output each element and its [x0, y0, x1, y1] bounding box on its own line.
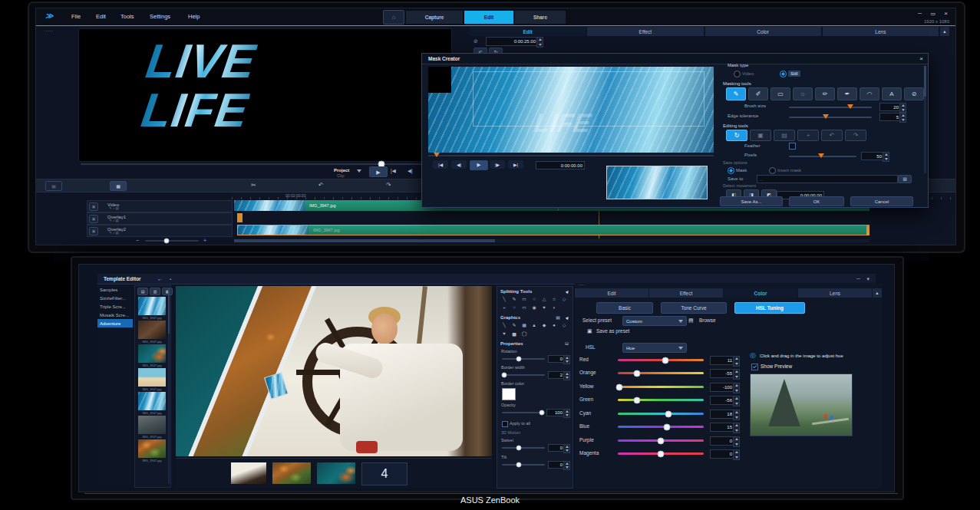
graphic-pentagon[interactable]: ◇	[559, 323, 569, 327]
hsl-cyan-slider[interactable]	[618, 413, 704, 415]
panel-tab-lens[interactable]: Lens	[823, 27, 939, 36]
mask-smart-pen-tool[interactable]: ✒	[837, 87, 857, 100]
hsl-green-value[interactable]: -56	[710, 396, 734, 405]
color-preview-image[interactable]	[750, 373, 853, 436]
mask-brush-tool[interactable]: ✎	[726, 87, 746, 100]
border-color-swatch[interactable]	[502, 388, 516, 400]
library-thumbnail[interactable]	[138, 416, 166, 434]
split-star-tool[interactable]: ☆	[549, 297, 559, 301]
split-eye-tool[interactable]: ◉	[530, 305, 539, 310]
graphic-bar[interactable]: ▅	[510, 331, 519, 336]
brush-size-handle[interactable]	[847, 104, 853, 109]
timeline-clip-overlay2[interactable]: IMG_3947.jpg	[237, 225, 869, 235]
pixels-handle[interactable]	[818, 153, 824, 158]
hsl-purple-slider[interactable]	[618, 439, 704, 442]
hsl-cyan-handle[interactable]	[665, 410, 672, 417]
library-thumbnail[interactable]	[138, 439, 166, 458]
graphic-circle[interactable]: ●	[549, 323, 559, 327]
brush-size-slider[interactable]	[789, 107, 872, 108]
mask-pen-tool[interactable]: ✏	[815, 87, 835, 100]
ok-button[interactable]: OK	[789, 196, 844, 206]
graphic-square[interactable]: ▦	[520, 323, 529, 327]
timecode-stepper[interactable]	[536, 37, 543, 48]
filmstrip-thumbnail[interactable]	[231, 462, 266, 484]
menu-item-tools[interactable]: Tools	[120, 14, 134, 20]
track-header-video[interactable]: ▣ Video ✎ ♪ ▤	[87, 200, 233, 212]
filmstrip-thumbnail[interactable]	[317, 462, 355, 484]
tab-lens[interactable]: Lens	[798, 288, 872, 298]
swivel-slider[interactable]	[502, 447, 545, 449]
rotation-stepper[interactable]	[563, 355, 570, 364]
library-thumbnail[interactable]	[138, 297, 166, 315]
opacity-stepper[interactable]	[563, 409, 570, 418]
scrollbar-thumb[interactable]	[234, 239, 495, 242]
library-scrollbar[interactable]	[168, 288, 170, 484]
graphic-heart[interactable]: ♥	[500, 331, 509, 336]
library-view-list-button[interactable]: ▥	[150, 288, 160, 295]
timeline-zoom-slider[interactable]	[145, 240, 199, 242]
hsl-green-stepper[interactable]	[733, 396, 740, 406]
edge-tolerance-value[interactable]: 5	[879, 113, 901, 121]
sidebar-item-sizzlefilter[interactable]: SizzleFilter...	[97, 294, 133, 302]
panel-tab-color[interactable]: Color	[705, 27, 821, 36]
split-rect-tool[interactable]: ▭	[520, 297, 529, 301]
sidebar-item-triple-screen[interactable]: Triple Scre...	[97, 302, 133, 311]
tilt-handle[interactable]	[516, 462, 522, 468]
hsl-yellow-value[interactable]: -100	[710, 383, 734, 392]
tab-capture[interactable]: Capture	[406, 11, 463, 24]
play-button[interactable]: ▶	[369, 166, 388, 177]
split-diamond-tool[interactable]: ◇	[559, 297, 569, 301]
sidebar-item-samples[interactable]: Samples	[97, 285, 133, 294]
mask-scrubber[interactable]	[428, 155, 714, 156]
menu-item-file[interactable]: File	[71, 14, 81, 20]
invert-mask-radio[interactable]	[769, 167, 776, 174]
dialog-title-bar[interactable]: Mask Creator ×	[422, 54, 928, 64]
filmstrip-page-tile[interactable]: 4	[361, 462, 408, 485]
split-line-tool[interactable]: ╲	[500, 297, 509, 301]
prev-frame-button[interactable]: ◀|	[408, 169, 413, 174]
hsl-yellow-handle[interactable]	[616, 383, 623, 390]
show-preview-checkbox[interactable]	[751, 364, 758, 370]
hsl-green-handle[interactable]	[633, 396, 640, 403]
apply-to-all-checkbox[interactable]	[502, 421, 508, 427]
mask-scrub-handle[interactable]	[434, 153, 440, 157]
mask-type-video-radio[interactable]	[734, 71, 741, 77]
window-maximize-button[interactable]: ▭	[930, 11, 935, 16]
tilt-value[interactable]: 0	[548, 461, 565, 469]
track-tools-icon[interactable]: ✎ ♪ ▤	[109, 232, 119, 235]
pin-icon[interactable]: ▴	[170, 277, 172, 281]
window-minimize-button[interactable]: ─	[918, 11, 922, 16]
menu-item-help[interactable]: Help	[188, 14, 200, 20]
save-to-field[interactable]: …	[757, 175, 898, 183]
project-mode-label[interactable]: Project	[334, 168, 349, 173]
hsl-green-slider[interactable]	[618, 399, 704, 401]
mask-next-frame-button[interactable]: |▶	[490, 160, 505, 169]
tone-curve-mode-button[interactable]: Tone Curve	[661, 302, 727, 314]
mask-prev-frame-button[interactable]: ◀|	[451, 160, 467, 169]
split-ellipse-tool[interactable]: ○	[510, 305, 519, 310]
delete-icon[interactable]: ⊟	[565, 341, 569, 346]
split-triangle-tool[interactable]: △	[539, 297, 549, 301]
browse-folder-icon[interactable]: ▤	[688, 318, 694, 323]
dialog-scrollbar[interactable]	[924, 66, 926, 173]
split-square-tool[interactable]: ▭	[520, 305, 529, 310]
browse-label[interactable]: Browse	[699, 318, 716, 324]
mask-player-timecode[interactable]: 0:00:00.00	[536, 161, 585, 169]
hsl-orange-stepper[interactable]	[733, 369, 740, 380]
graphics-folder-icon[interactable]: ▤	[556, 315, 560, 320]
library-thumbnail[interactable]	[138, 368, 166, 387]
pixels-value[interactable]: 50	[861, 152, 884, 160]
window-close-button[interactable]: ×	[944, 11, 948, 17]
titlebar-menu-button[interactable]: ▾	[866, 276, 869, 281]
hsl-orange-slider[interactable]	[618, 372, 704, 374]
preview-seekbar[interactable]	[81, 163, 447, 165]
mask-text-tool[interactable]: A	[882, 87, 902, 100]
library-view-grid-button[interactable]: ▦	[162, 288, 173, 295]
mask-radio[interactable]	[728, 167, 734, 174]
split-plus-tool[interactable]: +	[500, 305, 509, 310]
swivel-value[interactable]: 0	[548, 444, 565, 452]
hsl-red-handle[interactable]	[662, 357, 669, 364]
timeline-item-overlay1[interactable]	[237, 213, 243, 222]
menu-item-edit[interactable]: Edit	[96, 14, 106, 20]
hsl-blue-slider[interactable]	[618, 426, 704, 428]
